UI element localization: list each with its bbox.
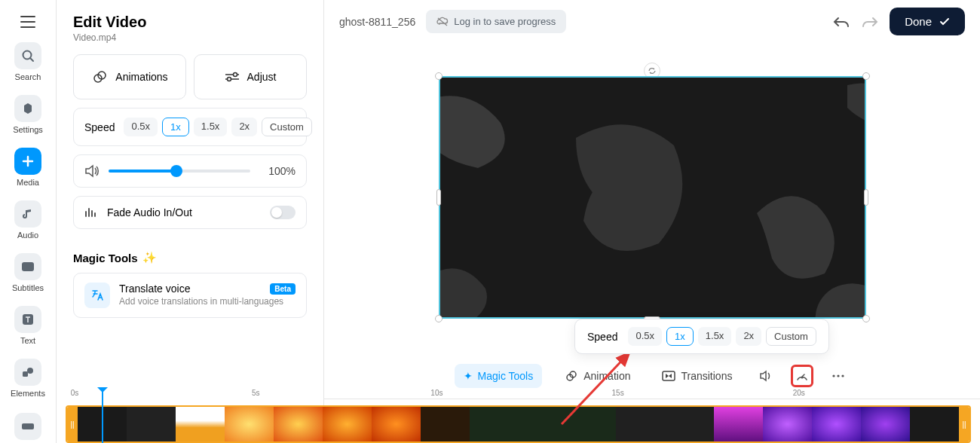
svg-rect-4	[23, 371, 28, 377]
fade-label: Fade Audio In/Out	[107, 206, 261, 218]
resize-handle-left[interactable]	[436, 189, 441, 206]
adjust-button[interactable]: Adjust	[194, 54, 307, 99]
resize-handle-br[interactable]	[862, 315, 870, 322]
timeline-ruler[interactable]: 0s 5s 10s 15s 20s	[66, 389, 971, 404]
panel-filename: Video.mp4	[73, 32, 307, 43]
toolstrip-transitions[interactable]: Transitions	[653, 364, 741, 388]
sidebar-label: Audio	[17, 231, 38, 240]
sidebar-item-media[interactable]: Media	[0, 142, 56, 193]
magic-tools-title: Magic Tools ✨	[73, 251, 307, 264]
video-canvas[interactable]	[439, 76, 866, 319]
svg-marker-1	[24, 103, 32, 114]
clip-thumbnails	[78, 407, 959, 441]
speed-chip-15[interactable]: 1.5x	[194, 118, 228, 136]
ruler-mark: 0s	[71, 389, 79, 397]
ruler-mark: 5s	[252, 389, 260, 397]
sidebar-label: Media	[17, 178, 39, 187]
subtitles-icon	[14, 253, 41, 280]
button-label: Adjust	[247, 71, 277, 83]
login-chip[interactable]: Log in to save progress	[426, 10, 566, 33]
text-icon	[14, 306, 41, 333]
svg-point-16	[833, 374, 835, 377]
translate-icon	[84, 283, 110, 308]
toolstrip-animation[interactable]: Animation	[556, 364, 639, 388]
login-text: Log in to save progress	[454, 16, 556, 27]
transitions-icon	[662, 371, 675, 381]
popup-speed-05[interactable]: 0.5x	[628, 327, 662, 346]
sidebar-item-subtitles[interactable]: Subtitles	[0, 247, 56, 298]
edit-panel: Edit Video Video.mp4 Animations Adjust S…	[57, 0, 324, 443]
clip-track[interactable]: || ||	[66, 405, 971, 443]
clip-handle-right[interactable]: ||	[959, 407, 969, 441]
svg-point-17	[838, 374, 840, 377]
speed-popup-label: Speed	[587, 331, 617, 343]
speed-chip-05[interactable]: 0.5x	[124, 118, 158, 136]
canvas-wrap	[324, 35, 980, 359]
translate-title: Translate voice	[119, 283, 190, 295]
fade-toggle[interactable]	[270, 206, 296, 219]
music-note-icon	[14, 200, 41, 228]
playhead[interactable]	[102, 389, 103, 443]
timeline: 0s 5s 10s 15s 20s || ||	[57, 386, 980, 443]
toolstrip-speed-icon[interactable]	[791, 365, 813, 387]
done-button[interactable]: Done	[890, 8, 965, 35]
animations-button[interactable]: Animations	[73, 54, 186, 99]
speed-popup: Speed 0.5x 1x 1.5x 2x Custom	[574, 319, 829, 354]
topbar: ghost-8811_256 Log in to save progress D…	[324, 0, 980, 35]
speed-chip-2[interactable]: 2x	[231, 118, 257, 136]
svg-point-5	[27, 368, 33, 374]
project-name[interactable]: ghost-8811_256	[339, 16, 415, 28]
speed-chip-1[interactable]: 1x	[162, 118, 189, 136]
fade-card: Fade Audio In/Out	[73, 196, 307, 229]
popup-speed-1[interactable]: 1x	[666, 327, 694, 346]
svg-point-18	[842, 374, 844, 377]
volume-slider[interactable]	[109, 170, 250, 173]
toolstrip-volume-icon[interactable]	[755, 365, 777, 387]
sidebar-item-more[interactable]	[0, 407, 56, 443]
redo-button[interactable]	[861, 15, 879, 29]
resize-handle-right[interactable]	[864, 189, 868, 206]
sidebar-label: Text	[20, 336, 35, 345]
check-icon	[939, 17, 950, 26]
record-icon	[14, 413, 41, 440]
main-area: ghost-8811_256 Log in to save progress D…	[324, 0, 980, 443]
svg-rect-6	[22, 423, 34, 429]
done-label: Done	[905, 15, 932, 28]
translate-voice-card[interactable]: Translate voice Beta Add voice translati…	[73, 273, 307, 318]
ruler-mark: 15s	[612, 389, 624, 397]
sidebar-label: Settings	[13, 125, 43, 134]
cloud-off-icon	[436, 17, 449, 27]
shapes-icon	[14, 359, 41, 386]
resize-handle-tl[interactable]	[435, 72, 443, 80]
svg-point-10	[227, 78, 231, 81]
toolstrip-more-icon[interactable]	[827, 365, 850, 387]
sidebar-item-settings[interactable]: Settings	[0, 89, 56, 140]
clip-handle-left[interactable]: ||	[67, 407, 78, 441]
popup-speed-2[interactable]: 2x	[736, 327, 761, 346]
menu-toggle-icon[interactable]	[15, 11, 41, 33]
fade-icon	[84, 207, 98, 218]
left-sidebar: Search Settings Media Audio Subtitles Te…	[0, 0, 57, 443]
sidebar-label: Search	[15, 72, 41, 81]
button-label: Animations	[115, 71, 167, 83]
resize-handle-bl[interactable]	[435, 315, 443, 322]
translate-desc: Add voice translations in multi-language…	[119, 296, 296, 307]
svg-point-15	[801, 377, 804, 379]
popup-speed-custom[interactable]: Custom	[766, 327, 816, 346]
sidebar-item-audio[interactable]: Audio	[0, 194, 56, 246]
settings-icon	[14, 95, 41, 122]
speed-chip-custom[interactable]: Custom	[262, 118, 312, 136]
toolstrip-magic-tools[interactable]: ✦ Magic Tools	[455, 364, 543, 388]
ruler-mark: 10s	[430, 389, 443, 397]
button-label: Transitions	[681, 370, 732, 382]
button-label: Magic Tools	[478, 370, 534, 382]
sidebar-item-search[interactable]: Search	[0, 36, 56, 87]
sidebar-item-elements[interactable]: Elements	[0, 353, 56, 404]
search-icon	[14, 42, 41, 69]
resize-handle-tr[interactable]	[862, 72, 870, 80]
svg-rect-2	[22, 262, 34, 271]
undo-button[interactable]	[832, 15, 850, 29]
panel-title: Edit Video	[73, 14, 307, 31]
sidebar-item-text[interactable]: Text	[0, 300, 56, 351]
popup-speed-15[interactable]: 1.5x	[698, 327, 732, 346]
